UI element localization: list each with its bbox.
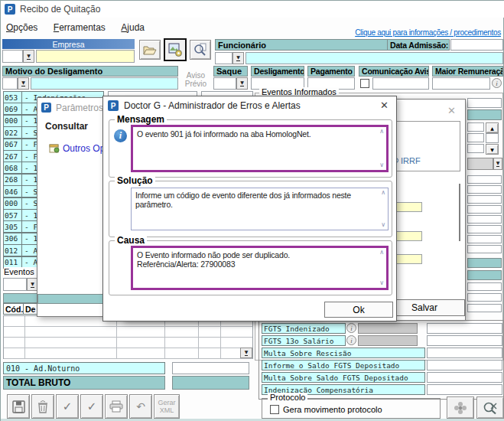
report-gear-icon bbox=[168, 43, 182, 57]
doctorg-close-icon[interactable]: ✕ bbox=[380, 100, 389, 110]
events-gray-dropdown-icon[interactable]: ▼ bbox=[493, 158, 502, 170]
event-value-cell[interactable] bbox=[467, 215, 502, 224]
module-button[interactable] bbox=[164, 38, 187, 61]
event-text: - F bbox=[22, 140, 37, 148]
scroll-down-icon[interactable]: ▼ bbox=[486, 144, 499, 155]
fgts-info-icon[interactable]: i bbox=[346, 323, 356, 333]
check-icon: ✓ bbox=[87, 400, 97, 413]
table-empty-row[interactable] bbox=[4, 338, 252, 348]
event-value-cell[interactable] bbox=[467, 133, 484, 142]
gera-protocolo-checkbox[interactable] bbox=[270, 405, 279, 414]
print-button[interactable] bbox=[105, 394, 128, 419]
process-button[interactable] bbox=[447, 397, 474, 419]
open-folder-button[interactable] bbox=[139, 40, 161, 60]
event-value-cell-teal[interactable] bbox=[467, 270, 502, 280]
saque-field[interactable] bbox=[213, 77, 236, 90]
menu-ferramentas[interactable]: Ferramentas bbox=[54, 22, 106, 33]
event-value-cell[interactable] bbox=[467, 225, 502, 233]
mensagem-textbox[interactable]: O evento 901 já foi informado na aba Hom… bbox=[131, 125, 389, 172]
fgts-value-field[interactable] bbox=[427, 335, 502, 346]
events-table bbox=[3, 315, 253, 359]
funcionario-code-field[interactable] bbox=[215, 52, 232, 64]
ok-button[interactable]: Ok bbox=[324, 302, 393, 318]
solucao-scroll-down-icon[interactable]: ∨ bbox=[381, 222, 385, 228]
empresa-name-field[interactable] bbox=[36, 50, 135, 63]
event-value-cell[interactable] bbox=[467, 304, 502, 312]
solucao-textbox[interactable]: Informe um código de evento diferente do… bbox=[131, 188, 389, 230]
outros-op-link[interactable]: Outros Op bbox=[63, 143, 105, 154]
mensagem-scroll-up-icon[interactable]: ∧ bbox=[379, 129, 384, 135]
gerar-xml-button[interactable]: Gerar XML bbox=[154, 394, 180, 419]
fgts-info-icon[interactable]: i bbox=[346, 335, 356, 345]
event-value-cell[interactable] bbox=[467, 245, 502, 253]
events-gray-dropdown[interactable] bbox=[467, 158, 493, 170]
fgts-row-label: Informe o Saldo FGTS Depositado bbox=[262, 360, 425, 370]
aviso-previo-label: Aviso Prévio bbox=[180, 71, 212, 88]
fgts-value-field[interactable] bbox=[427, 348, 502, 358]
editor-close-icon[interactable]: ✕ bbox=[447, 106, 456, 116]
table-row-dropdown-icon[interactable]: ▼ bbox=[240, 348, 252, 358]
table-empty-row[interactable] bbox=[4, 327, 252, 338]
solucao-scroll-up-icon[interactable]: ∧ bbox=[381, 190, 385, 196]
scroll-up-icon[interactable]: ▲ bbox=[486, 122, 499, 133]
funcionario-dropdown-icon[interactable]: ▼ bbox=[232, 52, 244, 64]
confirm-all-button[interactable]: ✓ bbox=[80, 394, 103, 419]
motivo-field[interactable] bbox=[31, 77, 178, 90]
total-bruto-label: TOTAL BRUTO bbox=[3, 376, 165, 390]
event-code: 053 bbox=[4, 92, 22, 103]
title-bar: P Recibo de Quitação bbox=[1, 1, 504, 18]
mensagem-scroll-down-icon[interactable]: ∨ bbox=[379, 162, 384, 168]
ad-noturno-value-field[interactable] bbox=[172, 362, 249, 374]
fgts-value-field[interactable] bbox=[427, 323, 502, 334]
empresa-dropdown-icon[interactable]: ▼ bbox=[23, 50, 34, 63]
comunicacao-field[interactable] bbox=[372, 77, 429, 90]
search-button[interactable] bbox=[190, 40, 211, 60]
doctorg-title: Doctor G - Administrador de Erros e Aler… bbox=[124, 100, 301, 111]
confirm-button[interactable]: ✓ bbox=[56, 394, 79, 419]
data-admissao-field[interactable] bbox=[450, 39, 503, 51]
scrollbar-track[interactable] bbox=[486, 133, 499, 143]
empresa-code-field[interactable] bbox=[2, 50, 23, 63]
close-search-button[interactable] bbox=[476, 397, 504, 419]
fgts-row-label: Multa Sobre Rescisão bbox=[262, 348, 425, 358]
save-button[interactable] bbox=[7, 394, 30, 419]
causa-scroll-down-icon[interactable]: ∨ bbox=[379, 280, 384, 286]
gerar-xml-line2: XML bbox=[160, 406, 174, 414]
event-value-cell-teal[interactable] bbox=[467, 258, 502, 268]
event-value-cell[interactable] bbox=[467, 205, 502, 214]
maior-remuneracao-field[interactable] bbox=[432, 77, 490, 90]
motivo-code-field[interactable] bbox=[2, 77, 18, 90]
fgts-value-field[interactable] bbox=[427, 372, 502, 383]
causa-scroll-up-icon[interactable]: ∧ bbox=[379, 250, 384, 256]
maior-info-icon[interactable]: i bbox=[492, 78, 502, 88]
parametros-logo-icon: P bbox=[41, 103, 51, 113]
event-text: - F bbox=[22, 152, 37, 161]
undo-icon: ↶ bbox=[136, 400, 145, 413]
menu-opcoes[interactable]: Opções bbox=[6, 22, 37, 33]
event-value-cell[interactable] bbox=[467, 122, 484, 132]
event-value-cell[interactable] bbox=[467, 98, 502, 108]
fgts-value-field[interactable] bbox=[427, 360, 502, 370]
saque-dropdown-icon[interactable]: ▼ bbox=[236, 77, 248, 90]
causa-textbox[interactable]: O Evento informado não pode ser duplicad… bbox=[131, 246, 389, 290]
table-empty-row[interactable] bbox=[4, 348, 252, 359]
comunicacao-checkbox[interactable] bbox=[360, 79, 369, 88]
event-value-cell[interactable] bbox=[467, 282, 502, 291]
motivo-dropdown-icon[interactable]: ▼ bbox=[18, 77, 29, 90]
event-code: 068 bbox=[4, 162, 22, 173]
evento-add-field[interactable] bbox=[3, 278, 27, 291]
funcionario-name-field[interactable] bbox=[245, 52, 503, 64]
undo-button[interactable]: ↶ bbox=[129, 394, 152, 419]
menu-ajuda[interactable]: Ajuda bbox=[121, 22, 145, 33]
event-value-cell[interactable] bbox=[467, 144, 484, 153]
delete-button[interactable] bbox=[31, 394, 54, 419]
event-value-cell[interactable] bbox=[467, 195, 502, 204]
event-value-cell[interactable] bbox=[467, 185, 502, 194]
event-value-cell[interactable] bbox=[467, 175, 502, 184]
event-value-cell[interactable] bbox=[467, 293, 502, 302]
event-text: - 1 bbox=[22, 116, 37, 125]
info-procedures-link[interactable]: Clique aqui para informações / procedime… bbox=[355, 28, 501, 37]
event-value-cell[interactable] bbox=[467, 235, 502, 243]
event-value-cell-teal[interactable] bbox=[467, 109, 502, 120]
fgts-value-field[interactable] bbox=[427, 384, 502, 395]
